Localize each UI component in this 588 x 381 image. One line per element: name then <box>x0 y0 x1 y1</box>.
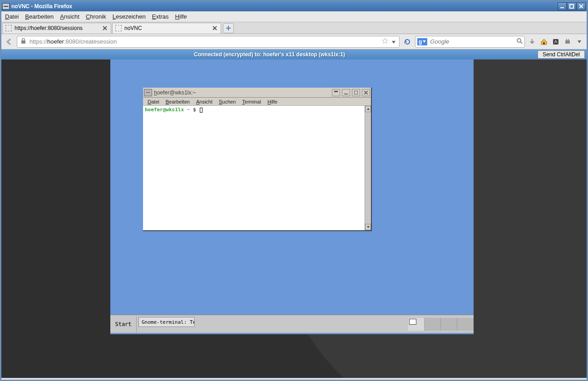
svg-rect-17 <box>566 39 567 40</box>
window-titlebar[interactable]: noVNC - Mozilla Firefox <box>1 1 587 11</box>
maximize-button[interactable] <box>567 2 576 10</box>
tab-favicon-placeholder-icon <box>115 25 122 31</box>
tab-sessions[interactable]: https://hoefer:8080/sessions <box>2 23 111 34</box>
scroll-down-icon[interactable] <box>365 224 371 230</box>
remote-desktop[interactable]: hoefer@wks1lx:~ Datei Bearbeiten Ansicht… <box>110 59 474 334</box>
workspace-1[interactable] <box>408 318 425 331</box>
workspace-2[interactable] <box>425 318 441 331</box>
term-menu-bearbeiten[interactable]: Bearbeiten <box>166 99 190 104</box>
home-icon[interactable] <box>539 37 548 46</box>
remote-taskbar: Start Gnome-terminal: Te <box>110 315 474 333</box>
svg-rect-2 <box>570 5 573 8</box>
terminal-system-menu-icon[interactable] <box>144 89 152 96</box>
workspace-3[interactable] <box>441 318 457 331</box>
window-title: noVNC - Mozilla Firefox <box>11 3 556 10</box>
tab-bar: https://hoefer:8080/sessions noVNC <box>1 22 587 34</box>
vnc-status-text: Connected (encrypted) to: hoefer's x11 d… <box>1 51 538 58</box>
terminal-maximize-button[interactable] <box>352 89 360 96</box>
browser-menubar: Datei Bearbeiten Ansicht Chronik Lesezei… <box>1 11 587 22</box>
search-input[interactable] <box>430 38 514 45</box>
bookmark-star-icon[interactable] <box>382 38 388 45</box>
vnc-status-bar: Connected (encrypted) to: hoefer's x11 d… <box>1 49 587 59</box>
tab-favicon-placeholder-icon <box>5 25 12 31</box>
term-menu-terminal[interactable]: Terminal <box>242 99 261 104</box>
svg-rect-0 <box>4 6 8 7</box>
start-button[interactable]: Start <box>110 316 137 332</box>
tab-close-icon[interactable] <box>102 25 108 31</box>
browser-statusbar <box>1 378 587 380</box>
url-input[interactable]: https://hoefer:8080/createsession <box>17 36 400 48</box>
new-tab-button[interactable] <box>223 23 234 33</box>
back-button[interactable] <box>4 37 14 47</box>
window-system-menu-icon[interactable] <box>2 3 10 10</box>
terminal-shade-button[interactable] <box>332 89 340 96</box>
menu-ansicht[interactable]: Ansicht <box>60 13 79 20</box>
search-box[interactable]: g <box>415 36 525 48</box>
terminal-title: hoefer@wks1lx:~ <box>154 89 330 96</box>
terminal-prompt-symbol: $ <box>193 107 196 113</box>
minimize-button[interactable] <box>558 2 567 10</box>
toolbar-menu-icon[interactable] <box>575 37 584 46</box>
term-menu-suchen[interactable]: Suchen <box>219 99 236 104</box>
svg-rect-14 <box>543 42 545 45</box>
svg-rect-15 <box>553 39 558 45</box>
search-icon[interactable] <box>516 38 523 45</box>
terminal-minimize-button[interactable] <box>342 89 350 96</box>
navigation-bar: https://hoefer:8080/createsession g <box>1 34 587 49</box>
term-menu-ansicht[interactable]: Ansicht <box>196 99 212 104</box>
scroll-track[interactable] <box>365 112 371 224</box>
workspace-pager[interactable] <box>408 316 474 332</box>
menu-chronik[interactable]: Chronik <box>86 13 106 20</box>
tab-label: noVNC <box>124 25 142 31</box>
menu-hilfe[interactable]: Hilfe <box>175 13 187 20</box>
downloads-icon[interactable] <box>528 37 537 46</box>
reload-button[interactable] <box>402 37 412 47</box>
tab-close-icon[interactable] <box>212 25 218 31</box>
svg-line-13 <box>520 42 522 44</box>
terminal-prompt-path: ~ <box>187 107 193 113</box>
menu-datei[interactable]: Datei <box>5 13 19 20</box>
terminal-titlebar[interactable]: hoefer@wks1lx:~ <box>143 88 371 98</box>
terminal-window[interactable]: hoefer@wks1lx:~ Datei Bearbeiten Ansicht… <box>143 88 372 231</box>
url-dropdown-icon[interactable] <box>392 38 395 45</box>
svg-rect-18 <box>568 39 569 40</box>
send-ctrlaltdel-button[interactable]: Send CtrlAltDel <box>538 50 585 59</box>
svg-rect-21 <box>354 91 358 94</box>
plugin-icon[interactable] <box>563 37 572 46</box>
term-menu-hilfe[interactable]: Hilfe <box>267 99 277 104</box>
close-button[interactable] <box>577 2 586 10</box>
terminal-prompt-user: hoefer@wks1lx <box>145 107 184 113</box>
url-text: https://hoefer:8080/createsession <box>30 38 378 45</box>
svg-rect-16 <box>565 40 570 44</box>
svg-rect-11 <box>21 40 25 44</box>
terminal-cursor <box>200 108 203 113</box>
terminal-scrollbar[interactable] <box>365 106 371 230</box>
addon-icon[interactable] <box>551 37 560 46</box>
tab-novnc[interactable]: noVNC <box>112 23 221 34</box>
tab-label: https://hoefer:8080/sessions <box>15 25 83 31</box>
svg-point-12 <box>517 39 521 42</box>
lock-icon <box>21 38 26 45</box>
svg-rect-19 <box>334 91 338 92</box>
scroll-up-icon[interactable] <box>365 106 371 112</box>
term-menu-datei[interactable]: Datei <box>148 99 159 104</box>
terminal-body[interactable]: hoefer@wks1lx ~ $ <box>143 106 371 230</box>
terminal-menubar: Datei Bearbeiten Ansicht Suchen Terminal… <box>143 98 371 106</box>
page-content: hoefer@wks1lx:~ Datei Bearbeiten Ansicht… <box>1 59 587 378</box>
workspace-4[interactable] <box>457 318 474 331</box>
taskbar-item-terminal[interactable]: Gnome-terminal: Te <box>138 317 195 327</box>
menu-extras[interactable]: Extras <box>152 13 169 20</box>
search-engine-badge[interactable]: g <box>417 38 427 45</box>
firefox-window: noVNC - Mozilla Firefox Datei Bearbeiten… <box>0 0 588 381</box>
menu-lesezeichen[interactable]: Lesezeichen <box>113 13 146 20</box>
menu-bearbeiten[interactable]: Bearbeiten <box>25 13 54 20</box>
terminal-close-button[interactable] <box>362 89 370 96</box>
